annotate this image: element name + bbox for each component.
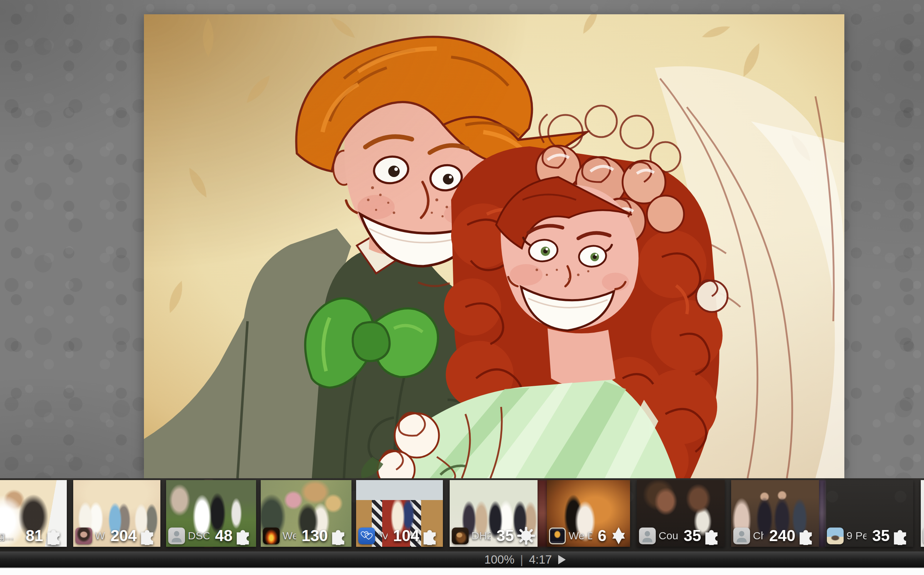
status-bar: 100% | 4:17 xyxy=(0,551,924,567)
puzzle-thumbnail[interactable]: 176g... 81 xyxy=(0,480,67,547)
puzzle-thumbnail[interactable] xyxy=(921,480,924,547)
thumbnail-title: DH22... xyxy=(472,530,491,542)
woman-photo-avatar xyxy=(75,527,92,544)
strip-gap-blur xyxy=(818,480,825,547)
puzzle-piece-icon xyxy=(704,526,723,545)
puzzle-piece-icon xyxy=(892,526,911,545)
fire-photo-avatar xyxy=(263,527,280,544)
status-text: 100% | 4:17 xyxy=(484,551,566,567)
piece-count: 240 xyxy=(769,527,795,545)
generic-user-avatar xyxy=(733,527,750,544)
piece-count: 130 xyxy=(302,527,328,545)
puzzle-thumbnail[interactable]: 9 Per... 35 xyxy=(825,480,913,547)
piece-count: 104 xyxy=(393,527,419,545)
dog-photo-avatar xyxy=(452,527,468,544)
generic-user-avatar xyxy=(168,527,185,544)
bottom-page-strip xyxy=(0,567,924,575)
piece-count: 6 xyxy=(598,527,607,545)
status-divider: | xyxy=(520,553,523,566)
poster-photo-avatar xyxy=(549,527,566,544)
play-icon[interactable] xyxy=(558,555,566,564)
puzzle-canvas[interactable] xyxy=(144,14,844,478)
piece-count: 81 xyxy=(26,527,43,545)
thumbnail-title: DSCN... xyxy=(188,530,209,542)
puzzle-piece-icon xyxy=(46,526,65,545)
piece-count: 48 xyxy=(215,527,233,545)
puzzle-thumbnail[interactable]: DH22... 35 xyxy=(450,480,538,547)
puzzle-piece-icon xyxy=(331,526,349,545)
generic-user-avatar xyxy=(639,527,656,544)
puzzle-thumbnail[interactable]: Coupl... 35 xyxy=(637,480,725,547)
thumbnail-strip[interactable]: 176g... 81 We... 204 DSCN... xyxy=(0,478,924,551)
thumbnail-title: Chi... xyxy=(753,530,764,542)
puzzle-gear-icon xyxy=(517,526,535,545)
puzzle-piece-icon xyxy=(140,526,158,545)
thumbnail-title: 176g... xyxy=(0,530,14,542)
thumbnail-title: "Val... xyxy=(378,530,387,542)
piece-count: 35 xyxy=(872,527,890,545)
puzzle-image-wedding-illustration xyxy=(144,14,844,478)
thumbnail-title: Coupl... xyxy=(659,530,678,542)
piece-count: 35 xyxy=(497,527,514,545)
puzzle-thumbnail[interactable]: We... 130 xyxy=(261,480,352,547)
thumbnail-title: We Do... xyxy=(569,530,592,542)
thumbnail-title: We... xyxy=(282,530,296,542)
hearts-photo-avatar xyxy=(358,527,375,544)
puzzle-piece-icon xyxy=(235,526,254,545)
puzzle-piece-icon xyxy=(422,526,441,545)
puzzle-thumbnail[interactable]: "Val... 104 xyxy=(356,480,443,547)
elapsed-time: 4:17 xyxy=(529,553,552,566)
piece-count: 35 xyxy=(683,527,701,545)
puzzle-app-window: 176g... 81 We... 204 DSCN... xyxy=(0,0,924,575)
puzzle-piece-icon xyxy=(798,526,817,545)
puzzle-star-icon xyxy=(609,526,628,545)
puzzle-thumbnail[interactable]: Chi... 240 xyxy=(731,480,819,547)
strip-gap-blur xyxy=(537,480,548,547)
thumbnail-title: We... xyxy=(95,530,105,542)
progress-percent: 100% xyxy=(484,553,514,566)
beach-photo-avatar xyxy=(827,527,844,544)
puzzle-thumbnail[interactable]: DSCN... 48 xyxy=(166,480,256,547)
thumbnail-title: 9 Per... xyxy=(846,530,867,542)
piece-count: 204 xyxy=(111,527,137,545)
puzzle-thumbnail[interactable]: We... 204 xyxy=(73,480,160,547)
puzzle-thumbnail[interactable]: We Do... 6 xyxy=(547,480,630,547)
